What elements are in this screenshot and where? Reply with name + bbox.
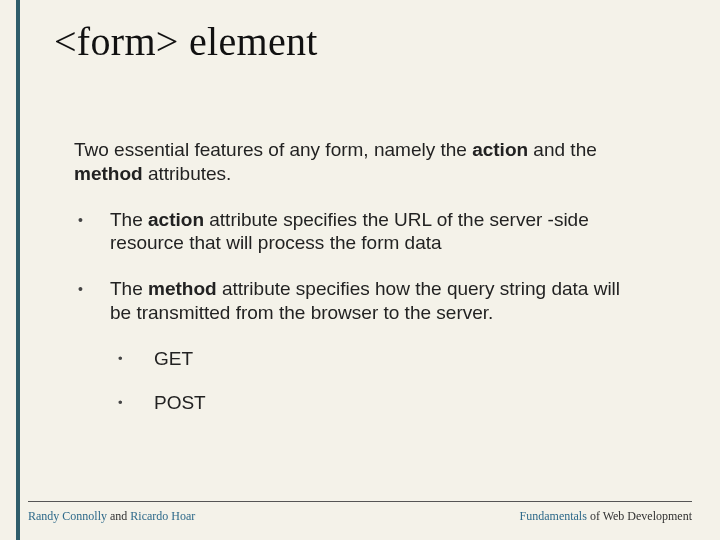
slide: <form> element Two essential features of… bbox=[0, 0, 720, 540]
text: Two essential features of any form, name… bbox=[74, 139, 472, 160]
text: The bbox=[110, 278, 148, 299]
bullet-item: • The method attribute specifies how the… bbox=[74, 277, 634, 325]
sub-item-label: POST bbox=[154, 391, 634, 415]
bullet-item: • The action attribute specifies the URL… bbox=[74, 208, 634, 256]
bullet-text: The method attribute specifies how the q… bbox=[110, 277, 634, 325]
bullet-icon: • bbox=[114, 391, 154, 415]
sub-item-label: GET bbox=[154, 347, 634, 371]
text: Fundamentals bbox=[520, 509, 587, 523]
bullet-icon: • bbox=[74, 208, 110, 232]
bold-method: method bbox=[148, 278, 217, 299]
text: and bbox=[107, 509, 130, 523]
sub-list: • GET • POST bbox=[114, 347, 634, 415]
footer-authors: Randy Connolly and Ricardo Hoar bbox=[28, 509, 195, 524]
footer-divider bbox=[28, 501, 692, 502]
accent-bar bbox=[16, 0, 20, 540]
bullet-icon: • bbox=[74, 277, 110, 301]
footer-book-title: Fundamentals of Web Development bbox=[520, 509, 692, 524]
sub-item: • POST bbox=[114, 391, 634, 415]
bullet-text: The action attribute specifies the URL o… bbox=[110, 208, 634, 256]
author-name: Ricardo Hoar bbox=[130, 509, 195, 523]
bold-action: action bbox=[472, 139, 528, 160]
bold-action: action bbox=[148, 209, 204, 230]
text: The bbox=[110, 209, 148, 230]
author-name: Randy Connolly bbox=[28, 509, 107, 523]
intro-text: Two essential features of any form, name… bbox=[74, 138, 634, 186]
text: attributes. bbox=[143, 163, 232, 184]
bullet-icon: • bbox=[114, 347, 154, 371]
text: of Web Development bbox=[587, 509, 692, 523]
text: and the bbox=[528, 139, 597, 160]
bold-method: method bbox=[74, 163, 143, 184]
slide-title: <form> element bbox=[54, 18, 318, 65]
sub-item: • GET bbox=[114, 347, 634, 371]
slide-body: Two essential features of any form, name… bbox=[74, 138, 634, 435]
